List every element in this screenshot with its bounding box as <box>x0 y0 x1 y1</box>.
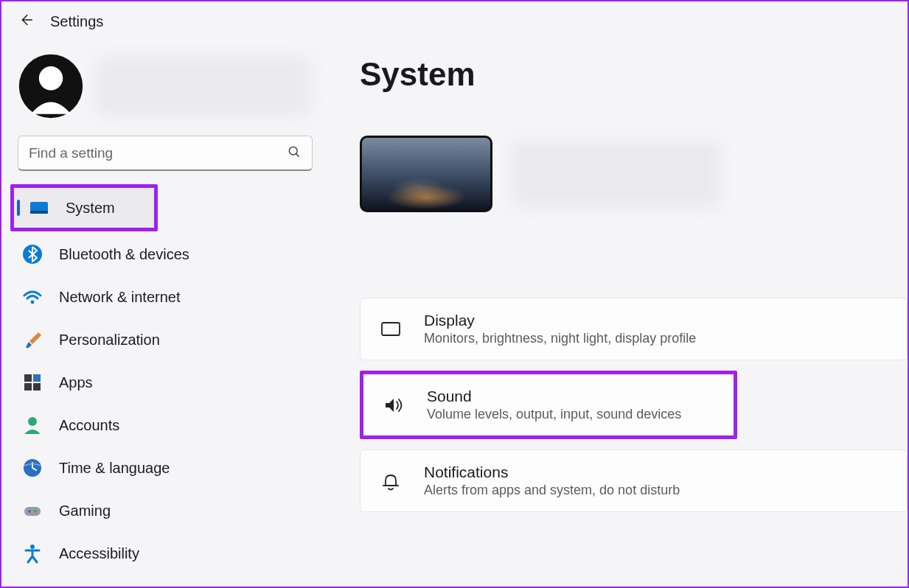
app-title: Settings <box>50 13 103 30</box>
avatar <box>18 53 84 119</box>
row-title: Sound <box>427 388 681 405</box>
nav-label: Gaming <box>59 503 111 519</box>
row-desc: Alerts from apps and system, do not dist… <box>424 483 680 498</box>
nav-item-network[interactable]: Network & internet <box>7 277 320 317</box>
setting-row-display[interactable]: Display Monitors, brightness, night ligh… <box>360 298 908 360</box>
back-button[interactable] <box>18 12 34 31</box>
nav-label: Network & internet <box>59 289 181 306</box>
row-title: Notifications <box>424 463 680 481</box>
setting-row-sound[interactable]: Sound Volume levels, output, input, soun… <box>363 374 734 435</box>
svg-rect-6 <box>30 211 48 214</box>
bell-icon <box>378 469 403 494</box>
apps-icon <box>22 372 43 393</box>
brush-icon <box>22 329 43 350</box>
nav-item-accessibility[interactable]: Accessibility <box>7 533 320 573</box>
main-content: System Display Monitors, brightness, nig… <box>326 40 908 584</box>
svg-point-2 <box>39 66 63 90</box>
settings-list: Display Monitors, brightness, night ligh… <box>360 298 908 512</box>
svg-line-4 <box>296 153 299 156</box>
search-box[interactable] <box>18 136 313 171</box>
nav-item-personalization[interactable]: Personalization <box>7 320 320 360</box>
device-name-redacted <box>513 141 720 207</box>
nav-item-accounts[interactable]: Accounts <box>7 405 320 445</box>
svg-rect-9 <box>24 374 32 382</box>
nav-item-gaming[interactable]: Gaming <box>7 491 320 531</box>
globe-clock-icon <box>22 458 43 478</box>
svg-point-8 <box>31 301 35 304</box>
wifi-icon <box>22 287 43 307</box>
titlebar: Settings <box>1 1 908 40</box>
setting-row-notifications[interactable]: Notifications Alerts from apps and syste… <box>360 449 908 512</box>
search-input[interactable] <box>29 145 287 161</box>
svg-point-16 <box>28 510 31 513</box>
nav-list: System Bluetooth & devices Network & int… <box>1 184 326 573</box>
svg-rect-19 <box>382 323 400 335</box>
nav-item-bluetooth[interactable]: Bluetooth & devices <box>7 234 320 274</box>
accessibility-icon <box>22 543 43 564</box>
display-icon <box>378 317 403 342</box>
desktop-thumbnail <box>360 136 492 212</box>
nav-item-time-language[interactable]: Time & language <box>7 448 320 488</box>
account-block[interactable] <box>1 47 326 133</box>
sound-icon <box>381 393 406 418</box>
system-icon <box>29 197 49 218</box>
highlight-system: System <box>10 184 158 231</box>
highlight-sound: Sound Volume levels, output, input, soun… <box>360 371 737 439</box>
nav-label: Accessibility <box>59 545 139 562</box>
svg-point-13 <box>28 417 37 426</box>
nav-label: Time & language <box>59 460 170 477</box>
nav-label: Accounts <box>59 417 119 434</box>
svg-point-17 <box>34 510 37 513</box>
svg-rect-15 <box>24 507 41 516</box>
svg-point-18 <box>30 545 35 549</box>
page-title: System <box>360 56 908 93</box>
device-info-row[interactable] <box>360 136 908 212</box>
svg-rect-12 <box>33 383 41 391</box>
svg-rect-11 <box>24 383 32 391</box>
row-desc: Monitors, brightness, night light, displ… <box>424 331 696 346</box>
nav-item-system[interactable]: System <box>14 188 154 228</box>
search-icon <box>287 144 302 162</box>
nav-item-apps[interactable]: Apps <box>7 363 320 402</box>
svg-rect-10 <box>33 374 41 382</box>
nav-label: Bluetooth & devices <box>59 246 189 263</box>
person-icon <box>22 415 43 435</box>
row-desc: Volume levels, output, input, sound devi… <box>427 407 681 422</box>
nav-label: Apps <box>59 374 93 391</box>
account-name-redacted <box>97 57 310 116</box>
row-title: Display <box>424 312 696 329</box>
sidebar: System Bluetooth & devices Network & int… <box>1 40 326 584</box>
svg-point-3 <box>289 147 297 155</box>
nav-label: Personalization <box>59 332 160 349</box>
nav-label: System <box>66 200 115 217</box>
gamepad-icon <box>22 500 43 521</box>
bluetooth-icon <box>22 244 43 265</box>
